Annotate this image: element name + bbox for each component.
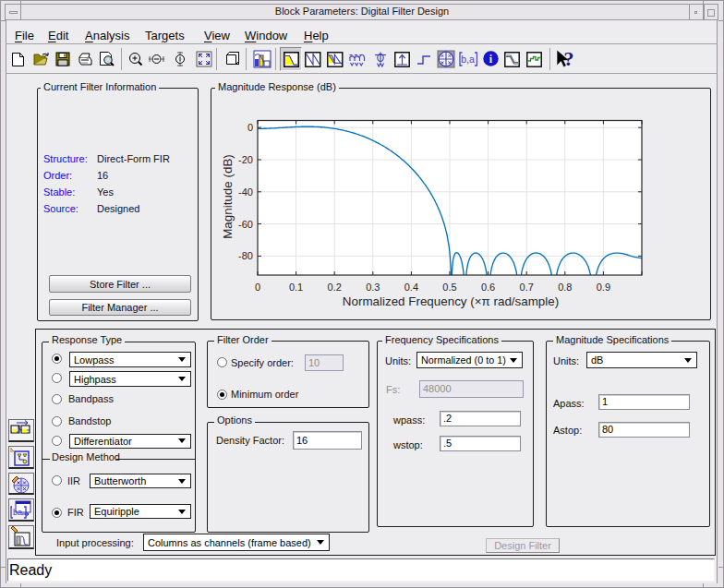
svg-text:ba: ba [13, 508, 22, 517]
svg-text:Normalized Frequency (×π rad/s: Normalized Frequency (×π rad/sample) [343, 294, 559, 308]
svg-text:0: 0 [255, 282, 260, 293]
svg-text:0.5: 0.5 [442, 282, 456, 293]
svg-text:0.1: 0.1 [289, 282, 303, 293]
svg-text:0.7: 0.7 [520, 282, 534, 293]
svg-text:0.8: 0.8 [558, 282, 572, 293]
svg-text:Magnitude (dB): Magnitude (dB) [221, 154, 235, 239]
svg-text:0.9: 0.9 [597, 282, 610, 293]
svg-text:-60: -60 [238, 219, 253, 230]
svg-text:-80: -80 [238, 250, 253, 261]
svg-text:0: 0 [247, 122, 253, 133]
svg-text:0.6: 0.6 [481, 282, 495, 293]
svg-text:-20: -20 [238, 154, 253, 165]
svg-text:0.4: 0.4 [404, 282, 418, 293]
svg-text:-40: -40 [238, 186, 253, 198]
svg-text:0.2: 0.2 [328, 282, 342, 293]
svg-text:0.3: 0.3 [366, 282, 380, 293]
